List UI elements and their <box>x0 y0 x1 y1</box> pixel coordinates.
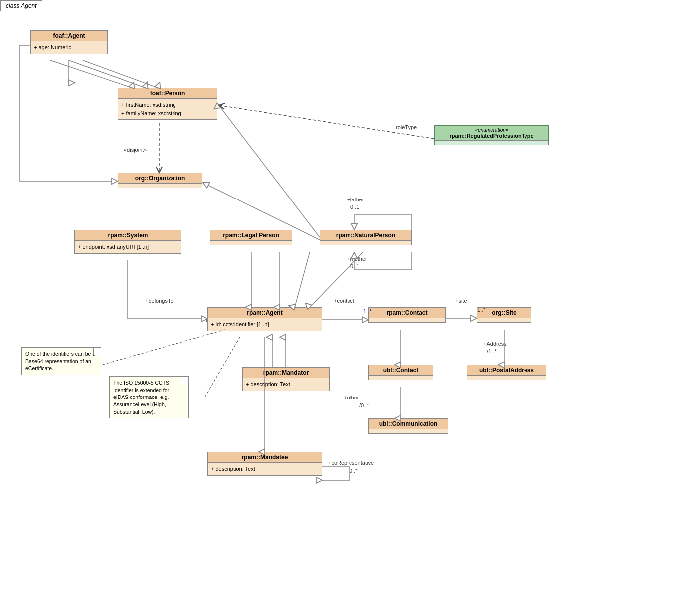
label-mother-01: 0..1 <box>350 263 359 269</box>
class-rpam-mandatee: rpam::Mandatee + description: Text <box>207 452 322 476</box>
class-foaf-agent-title: foaf::Agent <box>31 31 107 41</box>
class-ubl-postal-address-title: ubl::PostalAddress <box>467 365 546 376</box>
label-co-representative: +coRepresentative <box>328 460 374 466</box>
class-ubl-postal-address-attrs <box>467 376 546 380</box>
tab-label: class Agent <box>0 0 42 11</box>
label-contact-1star: 1..* <box>363 308 372 314</box>
class-rpam-regulated-profession-type: «enumeration» rpam::RegulatedProfessionT… <box>434 125 549 145</box>
class-rpam-mandator-attrs: + description: Text <box>243 378 329 391</box>
label-one: 1 <box>205 317 208 323</box>
class-org-organization-attrs <box>118 184 202 188</box>
svg-line-22 <box>103 330 225 365</box>
class-rpam-legal-person-attrs <box>210 241 292 245</box>
svg-line-23 <box>205 337 240 397</box>
label-address: +Address <box>483 341 507 347</box>
label-contact: +contact <box>334 298 354 304</box>
label-other-0star: /0..* <box>359 402 369 408</box>
class-ubl-contact: ubl::Contact <box>368 365 433 380</box>
class-ubl-communication: ubl::Communication <box>368 418 448 434</box>
class-rpam-system: rpam::System + endpoint: xsd:anyURI [1..… <box>74 230 181 254</box>
note-ecertificate: One of the identifiers can be a Base64 r… <box>21 347 101 375</box>
class-rpam-agent-attrs: + id: ccts:Identifier [1..n] <box>208 318 322 331</box>
class-ubl-postal-address: ubl::PostalAddress <box>467 365 546 380</box>
label-address-1star: /1..* <box>487 348 497 354</box>
label-father: +father <box>347 197 364 202</box>
class-ubl-communication-title: ubl::Communication <box>369 419 448 429</box>
label-mother: +mother <box>347 256 367 262</box>
class-rpam-legal-person-title: rpam::Legal Person <box>210 230 292 241</box>
class-foaf-agent: foaf::Agent + age: Numeric <box>30 30 108 54</box>
svg-line-12 <box>295 252 310 307</box>
class-org-organization: org::Organization <box>118 173 202 188</box>
class-ubl-contact-attrs <box>369 376 433 380</box>
class-rpam-system-title: rpam::System <box>75 230 181 241</box>
svg-line-6 <box>50 60 132 88</box>
class-rpam-natural-person-title: rpam::NaturalPerson <box>320 230 411 241</box>
class-org-organization-title: org::Organization <box>118 173 202 184</box>
class-rpam-natural-person-attrs <box>320 241 411 245</box>
class-ubl-communication-attrs <box>369 429 448 433</box>
label-father-01: 0..1 <box>350 204 359 210</box>
diagram-container: class Agent foaf::Agent + age: Numeric f… <box>0 0 700 597</box>
label-co-representative-0star: 0..* <box>350 468 358 474</box>
class-org-site-attrs <box>477 318 531 322</box>
class-rpam-natural-person: rpam::NaturalPerson <box>320 230 412 245</box>
class-rpam-agent: rpam::Agent + id: ccts:Identifier [1..n] <box>207 307 322 331</box>
class-rpam-contact: rpam::Contact <box>368 307 446 323</box>
class-foaf-person-attrs: + firstName: xsd:string + familyName: xs… <box>118 99 217 119</box>
class-foaf-agent-attrs: + age: Numeric <box>31 41 107 54</box>
class-ubl-contact-title: ubl::Contact <box>369 365 433 376</box>
label-site-1star: 1..* <box>477 307 486 313</box>
class-rpam-mandator: rpam::Mandator + description: Text <box>242 367 330 391</box>
label-disjoint: «disjoint» <box>124 147 147 153</box>
label-site: +site <box>455 298 467 304</box>
note-iso-15000: The ISO 15000-5 CCTS Identifier is exten… <box>109 376 189 418</box>
svg-line-8 <box>83 60 158 88</box>
class-foaf-person: foaf::Person + firstName: xsd:string + f… <box>118 88 217 120</box>
svg-line-21 <box>219 105 434 139</box>
class-rpam-system-attrs: + endpoint: xsd:anyURI [1..n] <box>75 241 181 253</box>
class-rpam-mandatee-attrs: + description: Text <box>208 463 322 475</box>
class-rpam-legal-person: rpam::Legal Person <box>210 230 292 245</box>
class-rpam-mandatee-title: rpam::Mandatee <box>208 452 322 463</box>
label-belongs-to: +belongsTo <box>145 298 174 304</box>
svg-line-7 <box>69 60 145 88</box>
class-rpam-contact-title: rpam::Contact <box>369 308 445 318</box>
class-rpam-regulated-profession-type-title: «enumeration» rpam::RegulatedProfessionT… <box>435 126 548 141</box>
class-rpam-mandator-title: rpam::Mandator <box>243 368 329 378</box>
label-other: +other <box>344 395 359 400</box>
label-role-type: roleType <box>396 124 417 130</box>
class-rpam-regulated-profession-type-attrs <box>435 141 548 145</box>
class-foaf-person-title: foaf::Person <box>118 88 217 99</box>
class-rpam-agent-title: rpam::Agent <box>208 308 322 318</box>
class-rpam-contact-attrs <box>369 318 445 322</box>
